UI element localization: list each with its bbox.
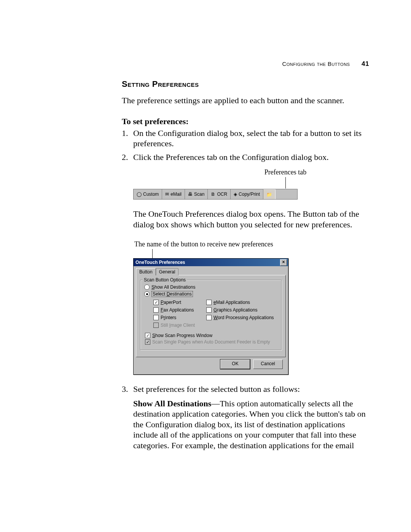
tab-custom[interactable]: ◯ Custom: [134, 189, 162, 199]
tab-label: Button: [139, 269, 153, 275]
page-number: 41: [362, 60, 369, 67]
checkbox-icon: [206, 315, 212, 320]
checkbox-label: PaperPort: [161, 300, 181, 305]
document-icon: 🗎: [211, 192, 215, 197]
checkbox-label: Word Processing Applications: [213, 315, 274, 320]
checkbox-word-processing-applications[interactable]: Word Processing Applications: [206, 315, 274, 320]
tab-label: OCR: [217, 192, 227, 197]
config-tabstrip: ◯ Custom ✉ eMail 🖶 Scan 🗎 OCR ◈ Copy: [133, 189, 298, 200]
step-list-continued: 3. Set preferences for the selected butt…: [122, 384, 369, 395]
checkbox-label: eMail Applications: [213, 300, 250, 305]
term-show-all-destinations: Show All Destinations: [133, 399, 211, 408]
section-title: Setting Preferences: [122, 79, 369, 89]
tab-label: Scan: [194, 192, 204, 197]
mid-paragraph: The OneTouch Preferences dialog box open…: [133, 209, 369, 230]
callout-label: The name of the button to receive new pr…: [133, 240, 289, 248]
checkbox-graphics-applications[interactable]: Graphics Applications: [206, 307, 274, 313]
envelope-icon: ✉: [165, 192, 169, 197]
tab-ocr[interactable]: 🗎 OCR: [208, 189, 231, 199]
checkbox-icon: [153, 307, 159, 313]
checkbox-printers[interactable]: Printers: [153, 315, 195, 320]
checkbox-icon: [153, 315, 159, 320]
checkbox-label: Printers: [161, 315, 176, 320]
checkbox-paperport[interactable]: PaperPort: [153, 300, 195, 305]
tab-general[interactable]: General: [156, 268, 179, 275]
dialog-title: OneTouch Preferences: [135, 260, 185, 265]
printer-icon: 🖶: [188, 192, 193, 197]
radio-label: Show All Destinations: [151, 284, 195, 290]
tab-label: Copy/Print: [239, 192, 260, 197]
list-item: 2. Click the Preferences tab on the Conf…: [122, 152, 369, 163]
tab-label: eMail: [170, 192, 182, 197]
dialog-button-row: OK Cancel: [136, 357, 286, 372]
step-number: 1.: [122, 128, 133, 149]
checkbox-email-applications[interactable]: eMail Applications: [206, 300, 274, 305]
checkbox-label: Scan Single Pages when Auto Document Fee…: [152, 339, 270, 345]
step-text: Click the Preferences tab on the Configu…: [133, 152, 369, 163]
callout-line: [152, 249, 153, 258]
tab-copy-print[interactable]: ◈ Copy/Print: [231, 189, 263, 199]
cancel-button[interactable]: Cancel: [253, 359, 283, 369]
close-button[interactable]: ×: [280, 259, 287, 266]
radio-label: Select Destinations: [151, 291, 193, 297]
callout-line: [285, 177, 286, 189]
diamond-icon: ◈: [234, 192, 237, 197]
dialog-titlebar: OneTouch Preferences ×: [134, 259, 288, 266]
tab-preferences[interactable]: 📁: [263, 189, 276, 199]
figure-preferences-dialog: The name of the button to receive new pr…: [133, 240, 369, 375]
sub-heading: To set preferences:: [122, 117, 369, 126]
checkbox-label: Still Image Client: [161, 323, 195, 328]
dialog-tabs: Button General: [136, 268, 286, 275]
callout-label: Preferences tab: [259, 168, 312, 176]
checkbox-icon: [145, 339, 150, 345]
checkbox-still-image-client: Still Image Client: [153, 323, 195, 328]
ok-button[interactable]: OK: [220, 359, 250, 369]
step-text: Set preferences for the selected button …: [133, 384, 369, 395]
tab-button[interactable]: Button: [136, 268, 156, 275]
folder-icon: 📁: [266, 192, 272, 197]
checkbox-fax-applications[interactable]: Fax Applications: [153, 307, 195, 313]
step-list: 1. On the Configuration dialog box, sele…: [122, 128, 369, 163]
tab-scan[interactable]: 🖶 Scan: [185, 189, 208, 199]
list-item: 3. Set preferences for the selected butt…: [122, 384, 369, 395]
callout-preferences-tab: Preferences tab ◯ Custom ✉ eMail 🖶 Scan: [133, 168, 297, 200]
list-item: 1. On the Configuration dialog box, sele…: [122, 128, 369, 149]
checkbox-label: Fax Applications: [161, 307, 194, 313]
tab-label: General: [159, 269, 175, 275]
checkbox-icon: [145, 333, 150, 338]
running-header: Configuring the Buttons 41: [282, 60, 369, 68]
checkbox-scan-single-pages: Scan Single Pages when Auto Document Fee…: [145, 339, 277, 345]
checkbox-icon: [206, 307, 212, 313]
groupbox-scan-button-options: Scan Button Options Show All Destination…: [140, 280, 282, 350]
checkbox-label: Graphics Applications: [213, 307, 257, 313]
step-number: 3.: [122, 384, 133, 395]
checkbox-icon: [206, 300, 212, 305]
step-text: On the Configuration dialog box, select …: [133, 128, 369, 149]
running-head-text: Configuring the Buttons: [282, 61, 350, 67]
radio-select-destinations[interactable]: Select Destinations: [144, 291, 277, 297]
checkbox-label: Show Scan Progress Window: [152, 333, 212, 338]
onetouch-preferences-dialog: OneTouch Preferences × Button General Sc…: [133, 258, 288, 375]
figure-tabstrip: Preferences tab ◯ Custom ✉ eMail 🖶 Scan: [133, 168, 369, 200]
button-label: Cancel: [261, 361, 275, 366]
radio-icon: [144, 291, 150, 297]
dial-icon: ◯: [137, 192, 142, 197]
radio-show-all-destinations[interactable]: Show All Destinations: [144, 284, 277, 290]
radio-icon: [144, 284, 150, 290]
checkbox-icon: [153, 323, 159, 328]
dialog-panel: Scan Button Options Show All Destination…: [136, 275, 286, 357]
description-paragraph: Show All Destinations—This option automa…: [133, 398, 369, 451]
step-number: 2.: [122, 152, 133, 163]
button-label: OK: [232, 361, 238, 366]
groupbox-title: Scan Button Options: [143, 277, 187, 283]
checkbox-show-scan-progress[interactable]: Show Scan Progress Window: [145, 333, 277, 338]
tab-label: Custom: [143, 192, 159, 197]
tab-email[interactable]: ✉ eMail: [162, 189, 185, 199]
intro-paragraph: The preference settings are applied to e…: [122, 95, 369, 106]
checkbox-icon: [153, 300, 159, 305]
